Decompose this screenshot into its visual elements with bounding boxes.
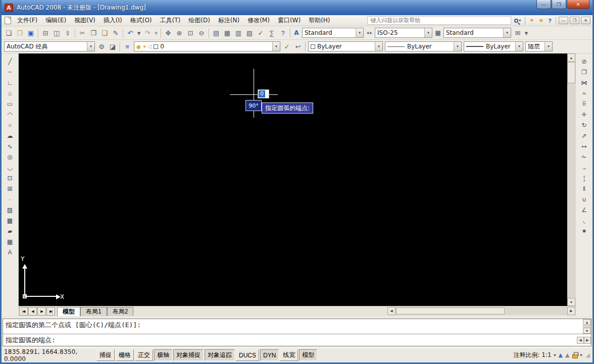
vertical-scroll-track[interactable] (567, 84, 575, 298)
redo-button[interactable]: ↷ (142, 28, 153, 38)
tab-prev-button[interactable]: ◀ (28, 307, 37, 316)
copy-button[interactable]: ❐ (578, 67, 591, 77)
explode-button[interactable]: ✷ (578, 226, 591, 236)
revision-cloud-button[interactable]: ☁ (4, 130, 17, 141)
layer-properties-manager-button[interactable]: ≡ (122, 41, 133, 52)
communication-center-button[interactable]: ✦ (528, 16, 535, 25)
zoom-previous-button[interactable]: ⊖ (196, 28, 207, 38)
layer-on-icon[interactable]: ● (136, 44, 141, 49)
zoom-window-button[interactable]: ⊡ (185, 28, 196, 38)
minimize-button[interactable]: — (536, 0, 551, 9)
toggle-polar[interactable]: 极轴 (154, 349, 172, 361)
erase-button[interactable]: ⊘ (578, 56, 591, 67)
plotstyle-combo-arrow[interactable]: ▾ (544, 42, 552, 51)
text-style-combo-arrow[interactable]: ▾ (356, 28, 363, 37)
point-button[interactable]: ∙ (4, 194, 17, 204)
tab-layout1[interactable]: 布局1 (80, 307, 107, 316)
redo-options-button[interactable]: ▾ (153, 28, 159, 38)
toggle-otrack[interactable]: 对象追踪 (205, 349, 235, 361)
rectangle-button[interactable]: ▭ (4, 98, 17, 109)
ellipse-button[interactable]: ◎ (4, 151, 17, 162)
command-scroll-down-button[interactable]: ▼ (583, 328, 591, 334)
help-button[interactable]: ? (277, 28, 288, 38)
quickcalc-button[interactable]: ∑ (266, 28, 277, 38)
linetype-combo-arrow[interactable]: ▾ (454, 42, 461, 51)
annotation-visibility-icon[interactable]: ▲ (559, 352, 563, 358)
cut-button[interactable]: ✂ (77, 28, 88, 38)
undo-button[interactable]: ↶ (125, 28, 136, 38)
circle-button[interactable]: ○ (4, 120, 17, 130)
layer-combo-arrow[interactable]: ▾ (272, 42, 280, 51)
command-text-box[interactable]: 指定圆弧的第二个点或 [圆心(C)/端点(E)]: ▲ ▼ 指定圆弧的端点: ◀… (3, 319, 591, 346)
stretch-button[interactable]: ↦ (578, 141, 591, 151)
command-scroll-up-button[interactable]: ▲ (583, 319, 591, 325)
fillet-button[interactable]: ◟ (578, 215, 591, 226)
line-button[interactable]: ╱ (4, 56, 17, 67)
mdi-close-button[interactable]: ✕ (581, 17, 590, 24)
menu-help[interactable]: 帮助(H) (305, 15, 334, 26)
join-button[interactable]: ∪ (578, 194, 591, 204)
tab-last-button[interactable]: ▶| (46, 307, 55, 316)
paste-button[interactable]: ❑ (99, 28, 110, 38)
match-properties-button[interactable]: ✎ (110, 28, 121, 38)
array-button[interactable]: ⠿ (578, 98, 591, 109)
dim-style-combo-arrow[interactable]: ▾ (424, 28, 432, 37)
drawing-file-icon[interactable] (5, 17, 11, 24)
menu-edit[interactable]: 编辑(E) (41, 15, 70, 26)
pan-button[interactable]: ✥ (163, 28, 174, 38)
scroll-down-button[interactable]: ▼ (567, 298, 575, 306)
text-style-combo[interactable]: Standard ▾ (302, 28, 364, 38)
menu-insert[interactable]: 插入(I) (100, 15, 126, 26)
menu-file[interactable]: 文件(F) (13, 15, 41, 26)
toggle-osnap[interactable]: 对象捕捉 (173, 349, 204, 361)
lineweight-combo-arrow[interactable]: ▾ (515, 42, 523, 51)
menu-tools[interactable]: 工具(T) (156, 15, 185, 26)
etransmit-button[interactable]: ✉ (512, 28, 523, 38)
command-scroll-right-button[interactable]: ▶ (584, 337, 591, 344)
command-prompt[interactable]: 指定圆弧的端点: (3, 335, 577, 346)
scroll-right-button[interactable]: ▶ (567, 307, 575, 315)
plot-button[interactable]: ⊟ (40, 28, 51, 38)
mirror-button[interactable]: ⋈ (578, 77, 591, 88)
plotstyle-combo[interactable]: 随层 ▾ (525, 41, 553, 51)
tab-first-button[interactable]: |◀ (19, 307, 28, 316)
insert-block-button[interactable]: ⊡ (4, 173, 17, 183)
save-workspace-button[interactable]: ◪ (107, 41, 118, 52)
gradient-button[interactable]: ▩ (4, 215, 17, 226)
plot-preview-button[interactable]: ◫ (51, 28, 62, 38)
menu-format[interactable]: 格式(O) (126, 15, 156, 26)
toggle-model[interactable]: 模型 (299, 349, 317, 361)
restore-button[interactable]: ❐ (552, 0, 566, 9)
menu-window[interactable]: 窗口(W) (274, 15, 305, 26)
vertical-scroll-thumb[interactable] (567, 62, 575, 83)
toolbar-options-button[interactable]: ▾ (523, 28, 529, 38)
color-combo[interactable]: ByLayer ▾ (308, 41, 383, 51)
layer-unlock-icon[interactable]: ◻ (148, 44, 152, 49)
mdi-restore-button[interactable]: ❐ (570, 17, 579, 24)
multiline-text-button[interactable]: A (4, 247, 17, 257)
tab-next-button[interactable]: ▶ (37, 307, 46, 316)
workspace-combo[interactable]: AutoCAD 经典 ▾ (4, 41, 95, 51)
trim-button[interactable]: ✁ (578, 151, 591, 162)
color-combo-arrow[interactable]: ▾ (375, 42, 382, 51)
table-button[interactable]: ▦ (4, 236, 17, 247)
publish-button[interactable]: ⇪ (62, 28, 73, 38)
open-button[interactable]: ❒ (14, 28, 25, 38)
annotation-scale-label[interactable]: 注释比例: 1:1 (513, 351, 551, 359)
menu-dimension[interactable]: 标注(N) (214, 15, 243, 26)
sheet-set-manager-button[interactable]: ▧ (244, 28, 255, 38)
designcenter-button[interactable]: ▦ (222, 28, 233, 38)
toggle-ortho[interactable]: 正交 (135, 349, 153, 361)
region-button[interactable]: ▰ (4, 226, 17, 236)
annotation-autoscale-icon[interactable]: ▲ (565, 352, 569, 358)
break-button[interactable]: ‖ (578, 183, 591, 194)
lineweight-combo[interactable]: ByLayer ▾ (464, 41, 523, 51)
menu-draw[interactable]: 绘图(D) (184, 15, 214, 26)
break-at-point-button[interactable]: ¦ (578, 173, 591, 183)
toggle-snap[interactable]: 捕捉 (96, 349, 115, 361)
toggle-dyn[interactable]: DYN (260, 349, 279, 361)
layer-combo[interactable]: ● ☀ ◻ 0 ▾ (134, 41, 280, 51)
offset-button[interactable]: ≈ (578, 88, 591, 98)
hatch-button[interactable]: ▨ (4, 204, 17, 215)
tab-model[interactable]: 模型 (57, 307, 80, 316)
